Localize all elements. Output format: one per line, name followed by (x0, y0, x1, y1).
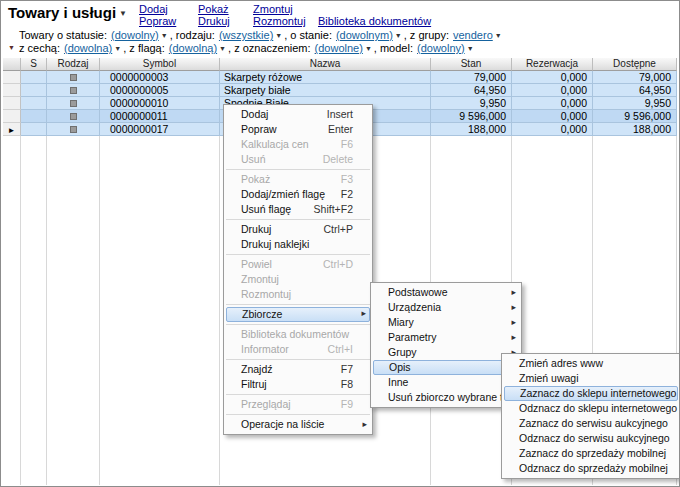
cell-rezerwacja: 0,000 (512, 97, 593, 110)
filter-cecha-value: (dowolna) (64, 42, 112, 54)
filter-label: , model: (374, 42, 413, 54)
row-selector[interactable]: ► (3, 123, 21, 136)
menu-item-podstawowe[interactable]: Podstawowe▸ (371, 285, 521, 300)
action-popraw[interactable]: Popraw (139, 15, 176, 27)
cell-stan: 64,950 (431, 84, 512, 97)
menu-item-label: Zmontuj (241, 273, 279, 285)
menu-item-label: Opis (389, 361, 411, 373)
menu-item-zmien-adres-www[interactable]: Zmień adres www (502, 356, 680, 371)
menu-item-popraw[interactable]: PoprawEnter (224, 122, 372, 137)
column-header-symbol[interactable]: Symbol (100, 58, 220, 71)
menu-item-label: Zaznacz do sklepu internetowego (520, 387, 676, 399)
chevron-down-icon: ▼ (495, 29, 502, 42)
filter-stan[interactable]: (dowolnym)▼ (336, 29, 402, 41)
menu-item-zaznacz-do-sprzedazy-mobilnej[interactable]: Zaznacz do sprzedaży mobilnej (502, 446, 680, 461)
column-header-dostepne[interactable]: Dostępne (593, 58, 677, 71)
menu-item-odznacz-do-sklepu-internetowego[interactable]: Odznacz do sklepu internetowego (502, 401, 680, 416)
menu-item-usun-flage[interactable]: Usuń flagęShift+F2 (224, 202, 372, 217)
cell-dostepne: 188,000 (593, 123, 677, 136)
column-header-rezerwacja[interactable]: Rezerwacja (512, 58, 593, 71)
action-zmontuj[interactable]: Zmontuj (253, 3, 293, 15)
chevron-down-icon: ▼ (365, 42, 372, 55)
menu-item-label: Miary (388, 316, 414, 328)
filter-expand-icon[interactable]: ▼ (8, 44, 15, 51)
menu-item-biblioteka-dokumentow: Biblioteka dokumentów (224, 327, 372, 342)
menu-item-label: Grupy (388, 346, 417, 358)
row-selector[interactable] (3, 110, 21, 123)
menu-item-kalkulacja-cen: Kalkulacja cenF6 (224, 137, 372, 152)
chevron-down-icon: ▼ (395, 29, 402, 42)
cell-s (21, 97, 47, 110)
chevron-down-icon: ▼ (219, 42, 226, 55)
menu-item-usun-zbiorczo[interactable]: Usuń zbiorczo wybrane towary (371, 390, 521, 405)
action-dodaj[interactable]: Dodaj (139, 3, 168, 15)
cell-nazwa: Skarpety białe (220, 84, 431, 97)
menu-item-odznacz-do-serwisu-aukcyjnego[interactable]: Odznacz do serwisu aukcyjnego (502, 431, 680, 446)
column-header-rodzaj[interactable]: Rodzaj (47, 58, 100, 71)
filter-rodzaj[interactable]: (wszystkie)▼ (219, 29, 282, 41)
action-drukuj[interactable]: Drukuj (198, 15, 230, 27)
menu-separator (226, 169, 370, 170)
filter-grupa[interactable]: vendero▼ (453, 29, 502, 41)
menu-item-zaznacz-do-sklepu-internetowego[interactable]: Zaznacz do sklepu internetowego (504, 386, 678, 401)
menu-item-shortcut: F9 (341, 397, 353, 412)
menu-item-filtruj[interactable]: FiltrujF8 (224, 377, 372, 392)
menu-item-operacje-na-liscie[interactable]: Operacje na liście▸ (224, 417, 372, 432)
menu-item-opis[interactable]: Opis▸ (373, 360, 519, 375)
filter-flaga[interactable]: (dowolną)▼ (169, 42, 226, 54)
cell-rezerwacja: 0,000 (512, 71, 593, 84)
menu-item-label: Zaznacz do serwisu aukcyjnego (519, 417, 668, 429)
filter-status[interactable]: (dowolny)▼ (111, 29, 168, 41)
menu-item-znajdz[interactable]: ZnajdźF7 (224, 362, 372, 377)
action-pokaz[interactable]: Pokaż (198, 3, 229, 15)
menu-item-label: Rozmontuj (241, 288, 291, 300)
menu-item-miary[interactable]: Miary▸ (371, 315, 521, 330)
menu-item-grupy[interactable]: Grupy▸ (371, 345, 521, 360)
cell-dostepne: 9,950 (593, 97, 677, 110)
menu-item-drukuj-naklejki[interactable]: Drukuj naklejki (224, 237, 372, 252)
filter-model[interactable]: (dowolny)▼ (417, 42, 474, 54)
menu-item-label: Zmień uwagi (519, 372, 579, 384)
row-selector[interactable] (3, 71, 21, 84)
action-biblioteka-dokumentow[interactable]: Biblioteka dokumentów (318, 15, 431, 27)
menu-item-label: Operacje na liście (241, 418, 324, 430)
filter-line-1: Towary o statusie:(dowolny)▼, rodzaju:(w… (19, 29, 504, 42)
table-row[interactable]: 0000000005 Skarpety białe 64,950 0,000 6… (3, 84, 677, 97)
menu-item-label: Urządzenia (388, 301, 441, 313)
menu-item-zbiorcze[interactable]: Zbiorcze▸ (226, 307, 370, 322)
filter-oznaczenie[interactable]: (dowolne)▼ (315, 42, 372, 54)
cell-rodzaj (47, 110, 100, 123)
menu-item-inne[interactable]: Inne▸ (371, 375, 521, 390)
menu-separator (226, 414, 370, 415)
column-header-s[interactable]: S (21, 58, 47, 71)
column-header-stan[interactable]: Stan (431, 58, 512, 71)
column-header-nazwa[interactable]: Nazwa (220, 58, 431, 71)
filter-rodzaj-value: (wszystkie) (219, 29, 273, 41)
menu-item-drukuj[interactable]: DrukujCtrl+P (224, 222, 372, 237)
menu-item-dodaj[interactable]: DodajInsert (224, 107, 372, 122)
cell-rodzaj (47, 97, 100, 110)
menu-item-parametry[interactable]: Parametry▸ (371, 330, 521, 345)
menu-item-dodaj-zmien-flage[interactable]: Dodaj/zmień flagęF2 (224, 187, 372, 202)
filter-label: , z flagą: (123, 42, 165, 54)
action-rozmontuj[interactable]: Rozmontuj (253, 15, 306, 27)
menu-item-label: Dodaj (241, 108, 268, 120)
menu-item-label: Biblioteka dokumentów (241, 328, 349, 340)
menu-item-odznacz-do-sprzedazy-mobilnej[interactable]: Odznacz do sprzedaży mobilnej (502, 461, 680, 476)
menu-item-label: Zbiorcze (242, 308, 282, 320)
menu-item-zmien-uwagi[interactable]: Zmień uwagi (502, 371, 680, 386)
menu-separator (226, 219, 370, 220)
menu-item-label: Usuń flagę (241, 203, 291, 215)
menu-item-zaznacz-do-serwisu-aukcyjnego[interactable]: Zaznacz do serwisu aukcyjnego (502, 416, 680, 431)
cell-s (21, 84, 47, 97)
table-row[interactable]: 0000000003 Skarpety różowe 79,000 0,000 … (3, 71, 677, 84)
filter-cecha[interactable]: (dowolna)▼ (64, 42, 121, 54)
cell-s (21, 71, 47, 84)
row-selector[interactable] (3, 97, 21, 110)
cell-rezerwacja: 0,000 (512, 110, 593, 123)
filter-flaga-value: (dowolną) (169, 42, 217, 54)
cell-dostepne: 64,950 (593, 84, 677, 97)
page-title[interactable]: Towary i usługi▼ (8, 4, 127, 21)
menu-item-urzadzenia[interactable]: Urządzenia▸ (371, 300, 521, 315)
row-selector[interactable] (3, 84, 21, 97)
